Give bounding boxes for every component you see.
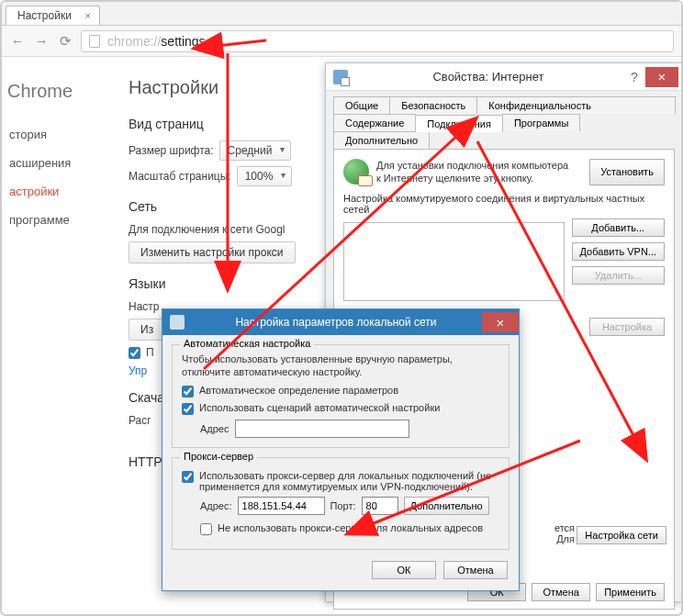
- lan-icon: [170, 315, 185, 330]
- translate-label: П: [146, 346, 154, 359]
- font-size-select[interactable]: Средний: [219, 140, 292, 161]
- inet-icon: [333, 70, 348, 84]
- auto-config-fieldset: Автоматическая настройка Чтобы использов…: [172, 344, 509, 448]
- tab-title: Настройки: [17, 9, 72, 22]
- browser-tab-bar: Настройки ×: [2, 2, 681, 26]
- sidebar-item-extensions[interactable]: асширения: [2, 149, 101, 177]
- cancel-button[interactable]: Отмена: [532, 583, 590, 601]
- auto-script-label: Использовать сценарий автоматической нас…: [199, 402, 440, 413]
- auto-script-checkbox[interactable]: [182, 403, 194, 415]
- dialup-label: Настройка коммутируемого соединения и ви…: [343, 193, 665, 215]
- close-icon[interactable]: ×: [84, 10, 90, 21]
- lan-settings-button[interactable]: Настройка сети: [577, 526, 666, 544]
- auto-detect-label: Автоматическое определение параметров: [199, 385, 398, 396]
- proxy-address-input[interactable]: [238, 497, 325, 515]
- auto-config-legend: Автоматическая настройка: [180, 338, 314, 349]
- lan-settings-window: Настройка параметров локальной сети × Ав…: [162, 308, 520, 591]
- reload-button[interactable]: ⟳: [57, 33, 73, 50]
- url-field[interactable]: chrome://settings: [81, 30, 674, 52]
- script-address-input[interactable]: [235, 420, 409, 438]
- back-button[interactable]: ←: [9, 33, 26, 50]
- forward-button[interactable]: →: [33, 33, 50, 50]
- bypass-local-label: Не использовать прокси-сервер для локаль…: [218, 522, 483, 533]
- apply-button[interactable]: Применить: [596, 583, 665, 601]
- lan-ok-button[interactable]: ОК: [372, 561, 436, 579]
- setup-desc: Для установки подключения компьютера к И…: [376, 159, 568, 185]
- add-vpn-button[interactable]: Добавить VPN...: [572, 242, 665, 261]
- close-icon[interactable]: ×: [482, 312, 519, 332]
- browser-tab[interactable]: Настройки ×: [6, 6, 100, 25]
- proxy-legend: Прокси-сервер: [180, 451, 257, 462]
- tab-connections[interactable]: Подключения: [415, 115, 503, 132]
- font-size-label: Размер шрифта:: [129, 144, 214, 157]
- use-proxy-label: Использовать прокси-сервер для локальных…: [199, 470, 499, 492]
- install-button[interactable]: Установить: [589, 159, 665, 185]
- inet-titlebar[interactable]: Свойства: Интернет ? ×: [326, 63, 682, 91]
- url-text: chrome://settings: [107, 34, 206, 49]
- proxy-fieldset: Прокси-сервер Использовать прокси-сервер…: [172, 457, 509, 550]
- auto-detect-checkbox[interactable]: [182, 386, 194, 398]
- script-addr-label: Адрес: [200, 423, 230, 434]
- tab-privacy[interactable]: Конфиденциальность: [476, 96, 676, 114]
- lang-button[interactable]: Из: [129, 319, 165, 341]
- change-proxy-button[interactable]: Изменить настройки прокси: [129, 241, 296, 263]
- sidebar-item-settings[interactable]: астройки: [2, 177, 101, 206]
- connections-list[interactable]: [343, 222, 565, 301]
- tab-content[interactable]: Содержание: [333, 114, 416, 131]
- translate-checkbox[interactable]: [129, 347, 140, 359]
- tab-security[interactable]: Безопасность: [389, 96, 477, 114]
- page-icon: [89, 35, 100, 48]
- settings-sidebar: Chrome стория асширения астройки програм…: [2, 57, 101, 616]
- proxy-advanced-button[interactable]: Дополнительно: [404, 497, 489, 515]
- brand-label: Chrome: [7, 81, 101, 102]
- use-proxy-checkbox[interactable]: [182, 471, 194, 483]
- tab-general[interactable]: Общие: [333, 96, 390, 114]
- tab-programs[interactable]: Программы: [502, 114, 580, 131]
- proxy-port-label: Порт:: [330, 500, 356, 511]
- add-button[interactable]: Добавить...: [572, 218, 665, 237]
- delete-button: Удалить...: [572, 266, 665, 285]
- proxy-addr-label: Адрес:: [200, 500, 232, 511]
- dial-settings-button: Настройка: [589, 318, 665, 336]
- tab-advanced[interactable]: Дополнительно: [333, 131, 430, 149]
- lan-titlebar[interactable]: Настройка параметров локальной сети ×: [162, 309, 519, 335]
- bypass-local-checkbox[interactable]: [200, 523, 212, 535]
- manage-lang-link[interactable]: Упр: [129, 364, 147, 377]
- proxy-port-input[interactable]: [362, 497, 398, 515]
- sidebar-item-history[interactable]: стория: [2, 120, 101, 149]
- help-button[interactable]: ?: [623, 68, 645, 86]
- close-icon[interactable]: ×: [645, 67, 678, 87]
- inet-tabs: Общие Безопасность Конфиденциальность Со…: [326, 91, 682, 149]
- inet-title-text: Свойства: Интернет: [353, 70, 623, 84]
- auto-config-desc: Чтобы использовать установленные вручную…: [182, 353, 499, 379]
- lan-title-text: Настройка параметров локальной сети: [190, 316, 482, 329]
- address-bar: ← → ⟳ chrome://settings: [2, 26, 681, 57]
- zoom-label: Масштаб страницы:: [129, 170, 231, 183]
- globe-icon: [343, 159, 369, 185]
- lan-cancel-button[interactable]: Отмена: [443, 561, 508, 579]
- sidebar-item-about[interactable]: программе: [2, 206, 101, 234]
- zoom-select[interactable]: 100%: [237, 166, 293, 186]
